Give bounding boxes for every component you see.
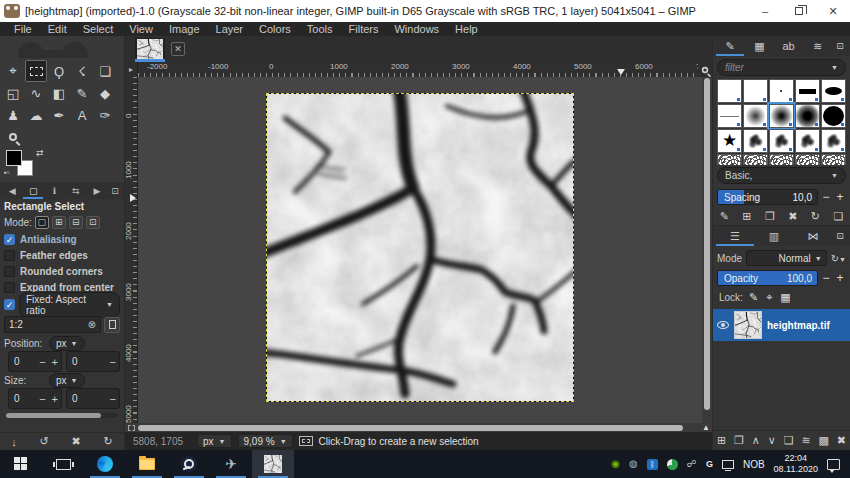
size-unit-combo[interactable]: px ▼ [49,373,85,388]
brush-swatch-blank[interactable] [743,79,768,103]
brush-swatch-soft3[interactable] [795,104,820,128]
rounded-corners-checkbox[interactable] [4,266,15,277]
save-tool-preset-button[interactable]: ↓ [11,436,17,448]
position-unit-combo[interactable]: px ▼ [49,336,85,351]
edge-browser[interactable] [84,450,126,478]
fixed-combo[interactable]: Fixed: Aspect ratio ▼ [19,292,120,318]
tab-layers[interactable]: ☰ [716,227,754,246]
brush-tag-input[interactable]: Basic, ▼ [717,167,846,184]
steam-tray-icon[interactable]: ◍ [629,459,638,469]
layer-row-heightmap[interactable]: heightmap.tif [713,309,850,341]
restore-tool-preset-button[interactable]: ↺ [40,435,49,448]
opacity-slider[interactable]: Opacity 100,0 [717,270,818,286]
ink-tool[interactable]: ✑ [94,104,116,126]
tab-fonts[interactable]: ab [775,37,803,56]
rectangle-select-tool[interactable] [25,60,47,82]
tool-options-scrollbar[interactable] [6,413,118,418]
decrement-icon[interactable]: − [107,356,119,368]
transform-tool[interactable]: ◱ [2,82,24,104]
brush-swatch-splat[interactable] [821,129,846,153]
raise-layer-button[interactable]: ∧ [752,434,760,447]
edit-brush-button[interactable]: ✎ [720,210,729,223]
vertical-scrollbar[interactable] [702,77,712,423]
horizontal-scrollbar[interactable] [138,425,700,431]
lock-pixels-icon[interactable]: ✎ [749,291,758,304]
opacity-increase-button[interactable]: + [834,271,846,285]
menu-windows[interactable]: Windows [386,22,447,36]
layer-mode-reset-button[interactable]: ↻▼ [831,253,846,264]
tab-brushes[interactable]: ✎ [716,37,744,56]
logitech-tray-icon[interactable]: G [706,460,713,469]
task-view-button[interactable] [42,450,84,478]
network-tray-icon[interactable] [722,460,734,469]
size-height-spinner[interactable]: 0− [66,388,120,409]
delete-brush-button[interactable]: ✖ [788,210,797,223]
menu-layer[interactable]: Layer [208,22,252,36]
brush-swatch-circle[interactable] [821,104,846,128]
text-tool[interactable]: A [71,104,93,126]
delete-tool-preset-button[interactable]: ✖ [71,435,80,448]
canvas-viewport[interactable] [138,77,702,423]
close-button[interactable]: ✕ [816,0,850,22]
brush-swatch-splat[interactable] [769,129,794,153]
brush-swatch-tex[interactable] [769,154,794,165]
brush-swatch-tex[interactable] [795,154,820,165]
tabs-next-icon[interactable]: ▶ [87,183,107,199]
tab-corner[interactable]: ⊡ [833,227,847,246]
spacing-slider[interactable]: Spacing 10,0 [717,189,818,205]
tab-corner[interactable]: ⊡ [833,37,847,56]
brush-swatch-blank[interactable] [717,79,742,103]
opacity-decrease-button[interactable]: − [820,271,832,285]
eraser-tool[interactable]: ◆ [94,82,116,104]
start-button[interactable] [0,450,42,478]
lock-alpha-icon[interactable]: ▦ [780,291,790,304]
tab-channels[interactable]: ▥ [755,227,793,246]
size-width-spinner[interactable]: 0−+ [8,388,62,409]
mode-replace[interactable]: ▢ [35,216,49,229]
brush-swatch-hbar[interactable] [795,79,820,103]
layer-visibility-eye-icon[interactable] [717,321,729,329]
color-swatches[interactable]: ⇄ ▪▫ [6,150,124,182]
zoom-follow-window-button[interactable] [698,62,712,77]
feather-edges-checkbox[interactable] [4,250,15,261]
brush-swatch-tex[interactable] [821,154,846,165]
menu-tools[interactable]: Tools [299,22,341,36]
new-layer-button[interactable]: ⊞ [717,434,726,447]
image-tab-close-icon[interactable]: ✕ [171,42,185,56]
tab-paths[interactable]: ⋈ [794,227,832,246]
quick-mask-toggle[interactable] [125,423,138,432]
antivirus-tray-icon[interactable] [667,459,678,470]
menu-image[interactable]: Image [161,22,208,36]
menu-edit[interactable]: Edit [40,22,75,36]
brush-swatch-ellipse[interactable] [821,79,846,103]
paintbrush-tool[interactable]: ✎ [71,82,93,104]
menu-filters[interactable]: Filters [341,22,387,36]
position-x-spinner[interactable]: 0−+ [8,351,62,372]
spacing-increase-button[interactable]: + [834,190,846,204]
tabs-prev-icon[interactable]: ◀ [2,183,22,199]
position-y-spinner[interactable]: 0− [66,351,120,372]
merge-layer-button[interactable]: ≋ [801,434,810,447]
status-unit-combo[interactable]: px ▼ [197,434,232,448]
menu-help[interactable]: Help [447,22,486,36]
brush-swatch-soft1[interactable] [743,104,768,128]
clock-indicator[interactable]: 22:0408.11.2020 [774,453,818,475]
paths-tool[interactable]: ✒ [48,104,70,126]
game-app[interactable]: ✈ [210,450,252,478]
fuzzy-select-tool[interactable]: ☇ [71,60,93,82]
new-brush-button[interactable]: ⊞ [742,210,751,223]
steam[interactable] [168,450,210,478]
lock-position-icon[interactable]: ⌖ [766,291,772,304]
move-tool[interactable]: ⌖ [2,60,24,82]
brush-swatch-tex[interactable] [743,154,768,165]
tab-menu-icon[interactable]: ⊡ [108,183,122,199]
refresh-brushes-button[interactable]: ↻ [811,210,820,223]
brush-swatch-hline[interactable] [717,104,742,128]
increment-icon[interactable]: + [49,393,61,405]
layer-mode-combo[interactable]: Normal ▼ [746,250,827,266]
duplicate-layer-button[interactable]: ❏ [784,434,794,447]
menu-colors[interactable]: Colors [251,22,299,36]
ruler-menu-button[interactable]: ▸ [125,62,138,77]
mode-intersect[interactable]: ⊡ [86,216,100,229]
portrait-orientation-button[interactable] [104,317,120,333]
